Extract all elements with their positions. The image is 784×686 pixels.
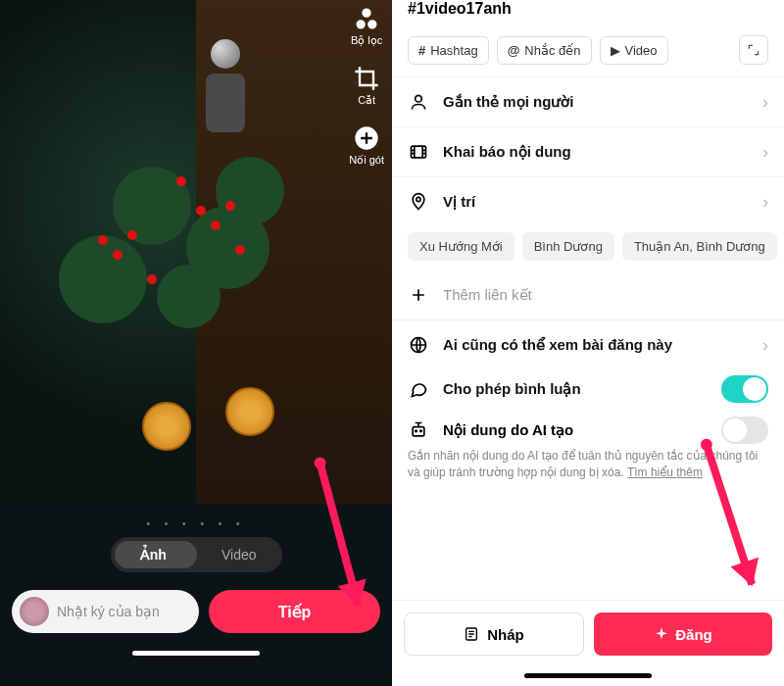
allow-comments-row: Cho phép bình luận: [392, 369, 784, 416]
filter-label: Bộ lọc: [351, 34, 382, 47]
person-icon: [408, 91, 429, 113]
tag-people-row[interactable]: Gắn thẻ mọi người ›: [392, 76, 784, 126]
journal-placeholder: Nhật ký của bạn: [57, 604, 160, 619]
location-suggestions: Xu Hướng Mới Bình Dương Thuận An, Bình D…: [392, 226, 784, 270]
home-indicator: [524, 673, 652, 678]
location-chip[interactable]: Xu Hướng Mới: [408, 232, 514, 261]
join-button[interactable]: Nối gót: [349, 124, 384, 167]
crop-label: Cắt: [358, 94, 375, 107]
media-type-segment[interactable]: Ảnh Video: [111, 537, 282, 572]
journal-input[interactable]: Nhật ký của bạn: [12, 590, 199, 633]
chevron-right-icon: ›: [762, 142, 768, 163]
video-chip[interactable]: ▶Video: [600, 36, 668, 65]
segment-photo[interactable]: Ảnh: [111, 547, 197, 563]
ai-content-label: Nội dung do AI tạo: [443, 421, 708, 439]
svg-point-3: [416, 197, 420, 201]
draft-button[interactable]: Nháp: [404, 612, 584, 656]
svg-point-1: [416, 95, 422, 102]
svg-point-7: [420, 430, 422, 432]
svg-rect-2: [412, 146, 426, 158]
learn-more-link[interactable]: Tìm hiểu thêm: [627, 466, 703, 479]
ai-description: Gắn nhãn nội dung do AI tạo để tuân thủ …: [408, 448, 768, 482]
photo-preview[interactable]: Bộ lọc Cắt Nối gót: [0, 0, 392, 505]
globe-icon: [408, 334, 429, 356]
next-button[interactable]: Tiếp: [209, 590, 380, 633]
crop-button[interactable]: Cắt: [353, 65, 380, 107]
location-chip[interactable]: Bình Dương: [522, 232, 614, 261]
segment-video[interactable]: Video: [196, 547, 282, 563]
home-indicator: [132, 651, 260, 656]
visibility-row[interactable]: Ai cũng có thể xem bài đăng này ›: [392, 319, 784, 369]
hashtag-chip[interactable]: #Hashtag: [408, 36, 489, 65]
expand-icon[interactable]: [739, 35, 768, 65]
plus-icon: [408, 284, 429, 306]
caption-text[interactable]: #1video17anh: [392, 0, 784, 22]
avatar: [20, 597, 49, 626]
filter-button[interactable]: Bộ lọc: [351, 5, 382, 47]
mention-chip[interactable]: @Nhắc đến: [497, 36, 592, 65]
join-label: Nối gót: [349, 154, 384, 167]
svg-point-6: [416, 430, 417, 432]
location-row[interactable]: Vị trí ›: [392, 176, 784, 226]
location-icon: [408, 191, 429, 213]
comments-toggle[interactable]: [721, 375, 768, 403]
ai-toggle[interactable]: [721, 416, 768, 444]
location-chip[interactable]: Thuận An, Bình Dương: [622, 232, 777, 261]
ai-icon: [408, 419, 429, 441]
page-dots: • • • • • •: [0, 505, 392, 537]
post-settings-screen: #1video17anh #Hashtag @Nhắc đến ▶Video G…: [392, 0, 784, 686]
add-link-row[interactable]: Thêm liên kết: [392, 270, 784, 319]
chevron-right-icon: ›: [762, 92, 768, 113]
post-button[interactable]: Đăng: [594, 612, 772, 656]
comment-icon: [408, 378, 429, 400]
chevron-right-icon: ›: [762, 335, 768, 356]
chevron-right-icon: ›: [762, 192, 768, 213]
film-icon: [408, 141, 429, 163]
editor-screen: Bộ lọc Cắt Nối gót • • • • • • Ảnh Video…: [0, 0, 392, 686]
declare-content-row[interactable]: Khai báo nội dung ›: [392, 126, 784, 176]
